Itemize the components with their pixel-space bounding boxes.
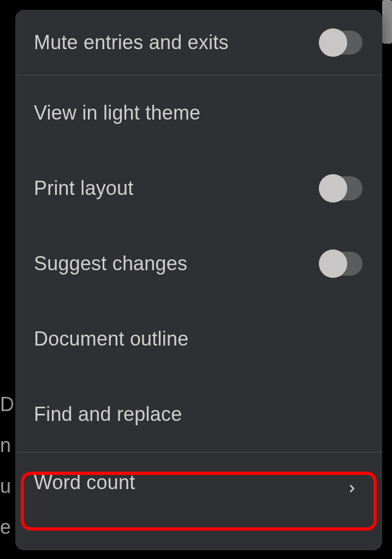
menu-item-label: Print layout: [34, 177, 320, 200]
toggle-thumb: [319, 249, 347, 278]
toggle-suggest-changes[interactable]: [320, 252, 363, 276]
chevron-right-icon: [346, 477, 358, 489]
menu-item-find-replace[interactable]: Find and replace: [15, 377, 382, 452]
backdrop-fragment: n: [0, 434, 11, 457]
scrollbar[interactable]: [382, 0, 392, 44]
backdrop-fragment: e: [0, 516, 11, 539]
menu-item-label: Word count: [34, 471, 346, 494]
menu-item-label: Suggest changes: [34, 252, 320, 275]
toggle-thumb: [319, 28, 347, 57]
menu-item-view-light-theme[interactable]: View in light theme: [15, 75, 382, 151]
toggle-mute-entries-exits[interactable]: [320, 31, 363, 55]
menu-item-suggest-changes[interactable]: Suggest changes: [15, 226, 382, 301]
menu-item-word-count[interactable]: Word count: [15, 452, 382, 512]
menu-item-label: Find and replace: [34, 403, 363, 426]
options-menu-panel: Mute entries and exits View in light the…: [15, 10, 382, 550]
menu-item-mute-entries-exits[interactable]: Mute entries and exits: [15, 10, 382, 75]
menu-item-print-layout[interactable]: Print layout: [15, 151, 382, 226]
backdrop-fragment: D: [0, 393, 15, 416]
backdrop-fragment: u: [0, 475, 11, 498]
menu-item-label: View in light theme: [34, 102, 363, 124]
menu-item-label: Mute entries and exits: [34, 31, 320, 54]
menu-item-document-outline[interactable]: Document outline: [15, 301, 382, 377]
menu-item-label: Document outline: [34, 328, 363, 350]
toggle-print-layout[interactable]: [320, 176, 363, 200]
toggle-thumb: [319, 174, 347, 203]
